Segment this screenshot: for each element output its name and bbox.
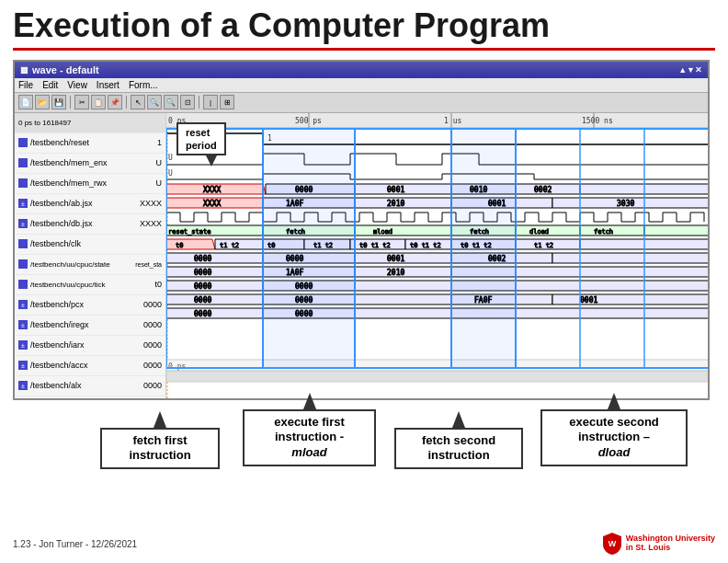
exec-second-arrow [608,393,620,409]
svg-text:W: W [609,539,617,548]
menu-file[interactable]: File [18,80,33,90]
exec-first-arrow [303,393,316,409]
signal-row-alx: ± /testbench/alx 0000 [15,376,165,396]
tb-save[interactable]: 💾 [51,95,66,109]
wave-window-controls[interactable]: ▲▼✕ [678,65,702,75]
signal-row-tick: /testbench/uu/cpuc/tick t0 [15,275,165,295]
signal-icon-ab: ± [18,199,28,208]
signal-name-iregx: /testbench/iregx [30,320,124,329]
signal-val-db: XXXX [127,219,164,228]
signal-val-ab: XXXX [127,199,164,208]
signal-name-ab: /testbench/ab.jsx [30,199,124,208]
fetch-second-box: fetch second instruction [394,428,523,470]
svg-rect-99 [263,129,355,368]
wave-window: ▦ wave - default ▲▼✕ File Edit View Inse… [13,60,710,400]
svg-text:0001: 0001 [580,296,597,304]
wave-toolbar: 📄 📂 💾 ✂ 📋 📌 ↖ 🔍 🔍 ⊡ | ⊞ [15,93,708,113]
svg-text:2010: 2010 [387,200,404,208]
svg-text:0000: 0000 [194,282,211,291]
svg-marker-90 [552,294,708,304]
tb-sep3 [199,96,199,109]
signal-val-reset: 1 [127,138,164,147]
signal-val-accx: 0000 [127,361,164,370]
menu-view[interactable]: View [67,80,87,90]
signal-name-tick: /testbench/uu/cpuc/tick [30,281,124,289]
washu-text: Washington Universityin St. Louis [626,534,715,553]
svg-text:2010: 2010 [387,269,404,277]
tb-zoom-fit[interactable]: ⊡ [180,95,195,109]
svg-marker-47 [166,239,215,249]
svg-marker-72 [552,253,708,263]
svg-marker-38 [355,225,451,236]
svg-text:0000: 0000 [194,269,211,277]
tb-marker[interactable]: | [203,95,218,109]
exec-first-container: execute firstinstruction -mload [243,409,376,467]
waveform-svg: 0 ps 500 ps 1 us 1500 ns 1 [166,113,708,398]
wave-title-text: wave - default [32,64,99,75]
signal-row-reset: /testbench/reset 1 [15,133,165,154]
exec-second-label: execute secondinstruction –dload [569,415,659,460]
menu-edit[interactable]: Edit [42,80,58,90]
fetch-second-arrow [452,411,465,428]
svg-text:t1  t2: t1 t2 [220,242,239,249]
wave-container: ▦ wave - default ▲▼✕ File Edit View Inse… [13,60,715,508]
svg-text:t1 t2: t1 t2 [534,242,553,249]
svg-text:0001: 0001 [387,186,404,194]
signal-row-iregx: ± /testbench/iregx 0000 [15,316,165,336]
signal-row-mem-rwx: /testbench/mem_rwx U [15,174,165,194]
signal-icon-clk [18,239,28,248]
tb-zoom-in[interactable]: 🔍 [147,95,162,109]
signal-name-alx: /testbench/alx [30,381,124,390]
tb-paste[interactable]: 📌 [108,95,122,109]
svg-text:U: U [168,169,173,178]
signal-icon-db: ± [18,219,28,228]
svg-text:0000: 0000 [194,310,211,318]
signal-name-state: /testbench/uu/cpuc/state [30,260,124,269]
signal-row-pcx: ± /testbench/pcx 0000 [15,295,165,316]
annotations-area: fetch first instruction execute firstins… [13,402,710,508]
signal-name-mem-enx: /testbench/mem_enx [30,158,124,167]
svg-text:3030: 3030 [617,200,634,208]
menu-insert[interactable]: Insert [97,80,119,90]
svg-text:0002: 0002 [534,186,552,194]
svg-text:0000: 0000 [194,296,211,304]
menu-format[interactable]: Form... [129,80,158,90]
svg-text:500 ps: 500 ps [295,117,322,125]
wave-area: 0 ps 500 ps 1 us 1500 ns 1 [166,113,708,398]
tb-sep2 [126,96,127,109]
signal-name-pcx: /testbench/pcx [30,300,124,309]
signal-icon-tick [18,280,28,289]
tb-cursor[interactable]: ↖ [131,95,145,109]
wave-title-icon: ▦ [20,65,28,75]
svg-marker-73 [166,267,263,277]
signal-val-mem-rwx: U [127,178,164,188]
tb-zoom-out[interactable]: 🔍 [164,95,178,109]
wave-titlebar: ▦ wave - default ▲▼✕ [15,62,708,78]
signal-val-alx: 0000 [127,381,164,390]
signal-icon-iregx: ± [18,320,28,329]
svg-marker-84 [166,294,263,304]
exec-first-label: execute firstinstruction -mload [274,415,345,460]
signal-val-iarx: 0000 [127,340,164,350]
tb-new[interactable]: 📄 [18,95,33,109]
svg-text:0000: 0000 [194,255,211,263]
fetch-first-box: fetch first instruction [100,428,220,470]
svg-rect-0 [166,113,708,128]
signal-icon-state [18,259,28,269]
signal-val-mem-enx: U [127,158,164,167]
svg-text:U: U [168,154,173,162]
exec-second-box: execute secondinstruction –dload [540,409,688,467]
signal-name-accx: /testbench/accx [30,361,124,370]
tb-copy[interactable]: 📋 [91,95,106,109]
tb-open[interactable]: 📂 [35,95,50,109]
svg-text:dload: dload [529,228,549,236]
svg-text:fetch: fetch [594,228,613,236]
page-title: Execution of a Computer Program [0,0,728,48]
tb-cut[interactable]: ✂ [74,95,89,109]
tb-snap[interactable]: ⊞ [220,95,234,109]
main-content: ▦ wave - default ▲▼✕ File Edit View Inse… [0,56,728,508]
signal-val-state: reset_sta [127,261,164,268]
signal-icon-iarx: ± [18,340,28,350]
footer: 1.23 - Jon Turner - 12/26/2021 W Washing… [0,528,728,559]
svg-marker-46 [644,225,708,236]
